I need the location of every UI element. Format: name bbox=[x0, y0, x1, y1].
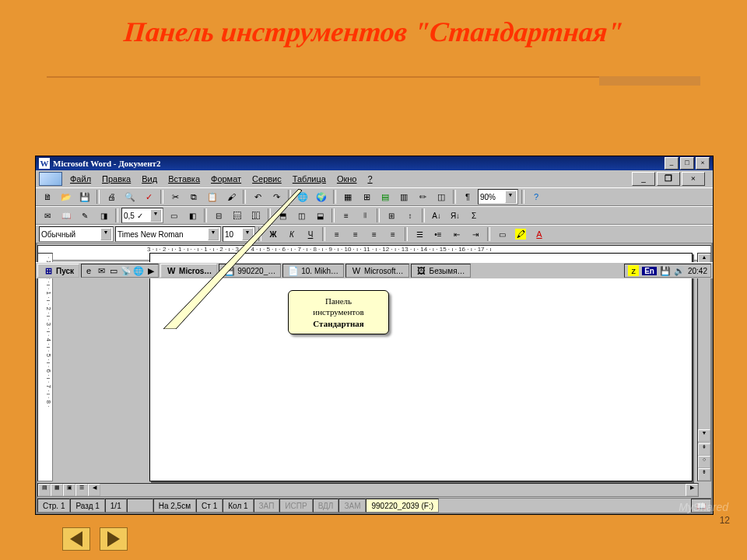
fontsize-combo[interactable]: 10▼ bbox=[223, 226, 255, 242]
horizontal-scrollbar[interactable]: ▤ ▦ ▣ ☰ ◀ ▶ bbox=[37, 483, 699, 497]
close-button[interactable]: × bbox=[696, 157, 710, 170]
next-page-icon[interactable]: ⇟ bbox=[698, 468, 710, 481]
italic-button[interactable]: К bbox=[283, 226, 300, 242]
vertical-scrollbar[interactable]: ▲ ▼ ⇞ ○ ⇟ bbox=[697, 253, 711, 481]
book-icon[interactable]: 📖 bbox=[58, 208, 75, 223]
normal-view-icon[interactable]: ▤ bbox=[38, 484, 51, 496]
browse-object-icon[interactable]: ○ bbox=[698, 456, 710, 468]
bullets-icon[interactable]: •≡ bbox=[430, 226, 447, 242]
task-4[interactable]: WMicrosoft… bbox=[345, 264, 409, 278]
vertical-ruler[interactable]: · 1 · ı · 2 · ı · 1 · ı · 2 · ı · 3 · ı … bbox=[37, 253, 53, 481]
cut-icon[interactable]: ✂ bbox=[167, 189, 184, 205]
autoformat-icon[interactable]: ⊞ bbox=[383, 208, 400, 223]
align-justify-icon[interactable]: ≡ bbox=[384, 226, 402, 242]
insert-table-icon[interactable]: ⊞ bbox=[358, 189, 375, 205]
shading-icon[interactable]: ◧ bbox=[184, 208, 201, 223]
tray-vol-icon[interactable]: 🔊 bbox=[674, 265, 685, 276]
eraser-icon[interactable]: ◨ bbox=[95, 208, 112, 223]
help-icon[interactable]: ? bbox=[528, 189, 545, 205]
menu-help[interactable]: ? bbox=[363, 173, 377, 184]
page-view-icon[interactable]: ▣ bbox=[63, 484, 75, 496]
spellcheck-icon[interactable]: ✓ bbox=[140, 189, 157, 205]
autosum-icon[interactable]: Σ bbox=[465, 208, 482, 223]
menu-view[interactable]: Вид bbox=[137, 173, 162, 184]
titlebar[interactable]: W Microsoft Word - Документ2 _ □ × bbox=[36, 156, 713, 170]
drawing-icon[interactable]: ✏ bbox=[414, 189, 431, 205]
redo-icon[interactable]: ↷ bbox=[268, 189, 285, 205]
fontcolor-icon[interactable]: A bbox=[531, 226, 548, 242]
align-top-icon[interactable]: ⬒ bbox=[274, 208, 291, 223]
excel-icon[interactable]: ▤ bbox=[377, 189, 394, 205]
outline-view-icon[interactable]: ☰ bbox=[75, 484, 88, 496]
maximize-button[interactable]: □ bbox=[680, 157, 694, 170]
columns-icon[interactable]: ▥ bbox=[395, 189, 412, 205]
show-marks-icon[interactable]: ¶ bbox=[459, 189, 476, 205]
menu-format[interactable]: Формат bbox=[206, 173, 246, 184]
mdi-minimize[interactable]: _ bbox=[632, 172, 655, 186]
prev-page-icon[interactable]: ⇞ bbox=[698, 443, 710, 456]
tray-lang[interactable]: En bbox=[642, 267, 657, 275]
scroll-right-icon[interactable]: ▶ bbox=[686, 484, 698, 496]
hyperlink-icon[interactable]: 🌐 bbox=[294, 189, 311, 205]
start-button[interactable]: ⊞ Пуск bbox=[37, 264, 79, 278]
borders-icon[interactable]: ▭ bbox=[493, 226, 510, 242]
web-view-icon[interactable]: ▦ bbox=[51, 484, 63, 496]
menu-tools[interactable]: Сервис bbox=[247, 173, 286, 184]
distribute-rows-icon[interactable]: ≡ bbox=[338, 208, 355, 223]
decrease-indent-icon[interactable]: ⇤ bbox=[448, 226, 465, 242]
ql-mail-icon[interactable]: ✉ bbox=[96, 265, 107, 276]
menu-insert[interactable]: Вставка bbox=[163, 173, 205, 184]
style-combo[interactable]: Обычный▼ bbox=[39, 226, 114, 242]
font-combo[interactable]: Times New Roman▼ bbox=[115, 226, 221, 242]
align-bot-icon[interactable]: ⬓ bbox=[311, 208, 328, 223]
task-3[interactable]: 📄10. Mikh… bbox=[282, 264, 344, 278]
document-page[interactable] bbox=[149, 253, 693, 481]
save-icon[interactable]: 💾 bbox=[76, 189, 93, 205]
undo-icon[interactable]: ↶ bbox=[249, 189, 266, 205]
bold-button[interactable]: Ж bbox=[265, 226, 282, 242]
align-left-icon[interactable]: ≡ bbox=[328, 226, 345, 242]
web-toolbar-icon[interactable]: 🌍 bbox=[313, 189, 330, 205]
new-doc-icon[interactable]: 🗎 bbox=[39, 189, 56, 205]
distribute-cols-icon[interactable]: ⦀ bbox=[356, 208, 374, 223]
highlight-icon[interactable]: 🖍 bbox=[512, 226, 529, 242]
tables-borders-icon[interactable]: ▦ bbox=[339, 189, 356, 205]
print-icon[interactable]: 🖨 bbox=[103, 189, 120, 205]
scroll-down-icon[interactable]: ▼ bbox=[698, 429, 710, 442]
task-5[interactable]: 🖼Безымя… bbox=[411, 264, 471, 278]
align-right-icon[interactable]: ≡ bbox=[366, 226, 383, 242]
next-slide-button[interactable] bbox=[100, 527, 128, 551]
merge-cells-icon[interactable]: ⿳ bbox=[229, 208, 246, 223]
open-icon[interactable]: 📂 bbox=[58, 189, 75, 205]
ql-ie-icon[interactable]: e bbox=[83, 265, 94, 276]
increase-indent-icon[interactable]: ⇥ bbox=[467, 226, 484, 242]
insert-row-icon[interactable]: ⊟ bbox=[210, 208, 227, 223]
sort-asc-icon[interactable]: A↓ bbox=[428, 208, 445, 223]
menu-file[interactable]: Файл bbox=[65, 173, 96, 184]
menu-table[interactable]: Таблица bbox=[288, 173, 331, 184]
numbered-list-icon[interactable]: ☰ bbox=[411, 226, 428, 242]
paste-icon[interactable]: 📋 bbox=[204, 189, 221, 205]
mdi-restore[interactable]: ❐ bbox=[657, 172, 680, 186]
ql-player-icon[interactable]: ▶ bbox=[146, 265, 156, 276]
doc-map-icon[interactable]: ◫ bbox=[433, 189, 450, 205]
split-cells-icon[interactable]: ⿲ bbox=[247, 208, 265, 223]
tray-disk-icon[interactable]: 💾 bbox=[660, 265, 671, 276]
tray-zip-icon[interactable]: z bbox=[628, 265, 639, 276]
pencil-icon[interactable]: ✎ bbox=[76, 208, 93, 223]
print-preview-icon[interactable]: 🔍 bbox=[121, 189, 139, 205]
mdi-close[interactable]: × bbox=[682, 172, 705, 186]
sort-desc-icon[interactable]: Я↓ bbox=[447, 208, 464, 223]
line-spacing-combo[interactable]: 0,5 ✓▼ bbox=[121, 208, 163, 223]
ql-explorer-icon[interactable]: 🌐 bbox=[133, 265, 144, 276]
align-mid-icon[interactable]: ◫ bbox=[293, 208, 310, 223]
ql-desktop-icon[interactable]: ▭ bbox=[108, 265, 119, 276]
ql-channels-icon[interactable]: 📡 bbox=[121, 265, 132, 276]
task-2[interactable]: 💾990220_… bbox=[219, 264, 281, 278]
menu-edit[interactable]: Правка bbox=[97, 173, 135, 184]
copy-icon[interactable]: ⧉ bbox=[185, 189, 202, 205]
align-center-icon[interactable]: ≡ bbox=[347, 226, 364, 242]
task-word[interactable]: WMicros… bbox=[160, 264, 217, 278]
envelope-icon[interactable]: ✉ bbox=[39, 208, 56, 223]
underline-button[interactable]: Ч bbox=[302, 226, 319, 242]
